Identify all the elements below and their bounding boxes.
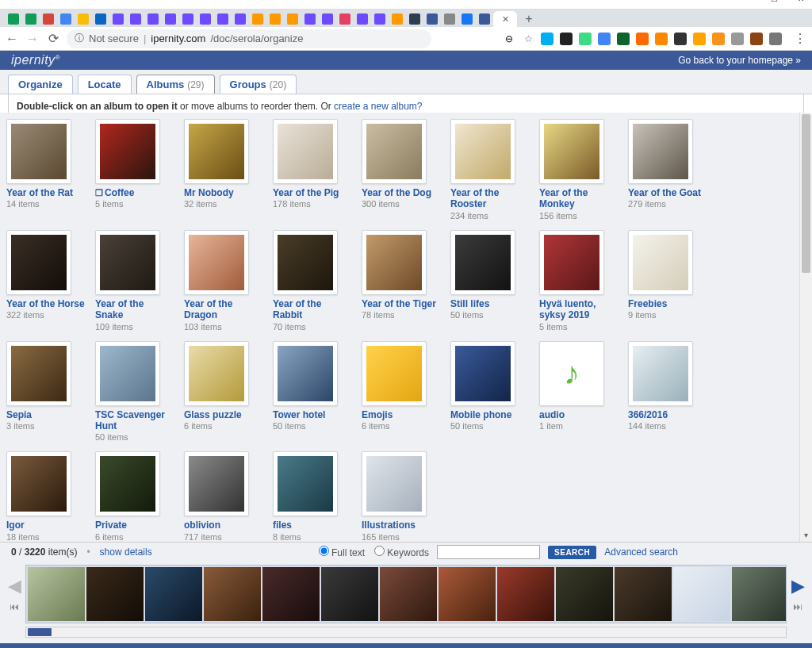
browser-tab[interactable] bbox=[389, 11, 406, 27]
browser-tab[interactable] bbox=[371, 11, 389, 27]
album-item[interactable]: Igor18 items bbox=[6, 451, 92, 541]
browser-tab[interactable] bbox=[75, 11, 92, 27]
album-title[interactable]: Year of the Monkey bbox=[539, 187, 619, 210]
browser-tab[interactable] bbox=[284, 11, 301, 27]
album-title[interactable]: 366/2016 bbox=[628, 409, 707, 420]
browser-tab[interactable] bbox=[266, 11, 284, 27]
filmstrip[interactable] bbox=[25, 565, 787, 623]
extension-icon[interactable] bbox=[636, 33, 649, 45]
album-title[interactable]: Year of the Rabbit bbox=[273, 298, 352, 321]
album-item[interactable]: Freebies9 items bbox=[628, 230, 714, 332]
filmstrip-item[interactable] bbox=[321, 567, 378, 621]
filmstrip-item[interactable] bbox=[673, 567, 730, 621]
album-item[interactable]: 366/2016144 items bbox=[628, 341, 714, 443]
album-title[interactable]: Igor bbox=[6, 520, 86, 531]
album-item[interactable]: Year of the Dog300 items bbox=[362, 119, 447, 220]
browser-tab[interactable] bbox=[144, 11, 162, 27]
tab-groups[interactable]: Groups(20) bbox=[220, 75, 297, 94]
album-item[interactable]: Mr Nobody32 items bbox=[184, 119, 270, 220]
extension-icon[interactable] bbox=[655, 33, 668, 45]
extension-icon[interactable] bbox=[541, 33, 553, 45]
browser-tab[interactable] bbox=[92, 11, 109, 27]
album-title[interactable]: Still lifes bbox=[450, 298, 530, 309]
nav-reload[interactable]: ⟳ bbox=[46, 31, 60, 46]
browser-tab[interactable] bbox=[162, 11, 179, 27]
site-logo[interactable]: ipernity® bbox=[11, 53, 60, 67]
album-item[interactable]: Year of the Goat279 items bbox=[628, 119, 714, 220]
filmstrip-first[interactable]: ⏮ bbox=[7, 601, 21, 612]
extension-icon[interactable] bbox=[560, 33, 573, 45]
new-tab-button[interactable]: + bbox=[517, 11, 541, 27]
filmstrip-next[interactable]: ▶ bbox=[790, 576, 806, 596]
album-title[interactable]: Freebies bbox=[628, 298, 707, 309]
filmstrip-item[interactable] bbox=[262, 567, 320, 621]
chrome-menu-icon[interactable]: ⋮ bbox=[793, 31, 807, 46]
album-title[interactable]: Mr Nobody bbox=[184, 187, 263, 198]
browser-tab[interactable] bbox=[423, 11, 441, 27]
extension-icon[interactable] bbox=[674, 33, 687, 45]
filmstrip-item[interactable] bbox=[86, 567, 144, 621]
filmstrip-last[interactable]: ⏭ bbox=[791, 601, 805, 612]
album-item[interactable]: Hyvä luento, syksy 20195 items bbox=[539, 230, 625, 332]
album-item[interactable]: Illustrations165 items bbox=[362, 451, 447, 541]
album-item[interactable]: files8 items bbox=[273, 451, 358, 541]
window-maximize[interactable]: ☐ bbox=[769, 0, 779, 3]
album-item[interactable]: Year of the Rooster234 items bbox=[450, 119, 536, 220]
extension-icon[interactable] bbox=[693, 33, 706, 45]
album-item[interactable]: Glass puzzle6 items bbox=[184, 341, 270, 443]
extension-icon[interactable] bbox=[712, 33, 725, 45]
browser-tab[interactable] bbox=[476, 11, 493, 27]
zoom-icon[interactable]: ⊖ bbox=[503, 33, 515, 45]
site-info-icon[interactable]: ⓘ bbox=[75, 32, 84, 45]
browser-tab[interactable] bbox=[441, 11, 458, 27]
album-item[interactable]: Private6 items bbox=[95, 451, 181, 541]
album-title[interactable]: Illustrations bbox=[362, 520, 441, 531]
album-title[interactable]: Year of the Tiger bbox=[362, 298, 441, 309]
window-close[interactable]: ✕ bbox=[796, 0, 806, 3]
go-back-homepage-link[interactable]: Go back to your homepage » bbox=[678, 55, 801, 66]
album-item[interactable]: Year of the Rabbit70 items bbox=[273, 230, 358, 332]
filmstrip-item[interactable] bbox=[732, 567, 787, 621]
album-item[interactable]: Tower hotel50 items bbox=[273, 341, 358, 443]
album-item[interactable]: Year of the Dragon103 items bbox=[184, 230, 270, 332]
browser-tab[interactable] bbox=[354, 11, 371, 27]
album-item[interactable]: Year of the Monkey156 items bbox=[539, 119, 625, 220]
album-title[interactable]: Private bbox=[95, 520, 174, 531]
extension-icon[interactable] bbox=[750, 33, 763, 45]
extension-icon[interactable] bbox=[731, 33, 744, 45]
album-title[interactable]: Year of the Rooster bbox=[450, 187, 530, 210]
album-title[interactable]: Tower hotel bbox=[273, 409, 352, 420]
browser-tab-active[interactable]: ✕ bbox=[493, 11, 517, 27]
show-details-link[interactable]: show details bbox=[100, 546, 152, 558]
omnibox[interactable]: ⓘ Not secure | ipernity.com/doc/serola/o… bbox=[67, 29, 431, 48]
tab-organize[interactable]: Organize bbox=[8, 75, 73, 94]
album-title[interactable]: Year of the Rat bbox=[6, 187, 86, 198]
album-item[interactable]: ❐Coffee5 items bbox=[95, 119, 181, 220]
album-item[interactable]: Year of the Snake109 items bbox=[95, 230, 181, 332]
album-item[interactable]: Still lifes50 items bbox=[450, 230, 536, 332]
album-title[interactable]: Year of the Pig bbox=[273, 187, 352, 198]
album-item[interactable]: Year of the Rat14 items bbox=[6, 119, 92, 220]
nav-back[interactable]: ← bbox=[5, 32, 19, 46]
album-item[interactable]: Year of the Tiger78 items bbox=[362, 230, 447, 332]
album-title[interactable]: Year of the Goat bbox=[628, 187, 707, 198]
album-item[interactable]: Sepia3 items bbox=[6, 341, 92, 443]
window-minimize[interactable]: — bbox=[742, 0, 752, 3]
close-tab-icon[interactable]: ✕ bbox=[502, 14, 509, 25]
filmstrip-item[interactable] bbox=[145, 567, 202, 621]
extension-icon[interactable] bbox=[769, 33, 782, 45]
album-item[interactable]: ♪audio1 item bbox=[539, 341, 625, 443]
filmstrip-item[interactable] bbox=[28, 567, 85, 621]
browser-tab[interactable] bbox=[406, 11, 423, 27]
album-item[interactable]: Year of the Pig178 items bbox=[273, 119, 358, 220]
extension-icon[interactable] bbox=[617, 33, 630, 45]
album-title[interactable]: Hyvä luento, syksy 2019 bbox=[539, 298, 619, 321]
browser-tab[interactable] bbox=[127, 11, 144, 27]
album-title[interactable]: Year of the Dragon bbox=[184, 298, 263, 321]
scroll-thumb[interactable] bbox=[802, 114, 810, 273]
radio-full-text[interactable]: Full text bbox=[319, 546, 365, 558]
filmstrip-scroll-thumb[interactable] bbox=[28, 628, 52, 636]
album-item[interactable]: Year of the Horse322 items bbox=[6, 230, 92, 332]
bookmark-star-icon[interactable]: ☆ bbox=[522, 33, 534, 45]
search-button[interactable]: SEARCH bbox=[548, 546, 596, 559]
